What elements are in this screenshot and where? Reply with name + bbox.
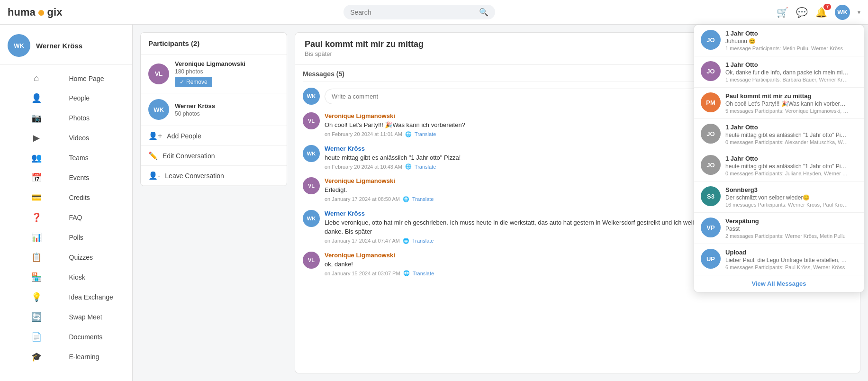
sidebar-item-idea[interactable]: 💡Idea Exchange: [0, 287, 132, 307]
dd-preview: Der schmilzt von selber wieder😊: [725, 194, 849, 201]
globe-icon: 🌐: [405, 131, 412, 137]
search-bar[interactable]: 🔍: [344, 5, 495, 19]
dd-info: Paul kommt mit mir zu mittag Oh cool! Le…: [725, 92, 857, 114]
dd-initials: JO: [701, 61, 721, 81]
participant-avatar: WK: [148, 99, 169, 120]
events-icon: 📅: [9, 172, 63, 183]
cart-icon[interactable]: 🛒: [777, 7, 788, 18]
user-avatar[interactable]: WK: [835, 5, 850, 20]
message-avatar: WK: [303, 145, 320, 162]
participant-initials: VL: [148, 64, 169, 84]
chat-icon[interactable]: 💬: [796, 7, 808, 18]
sidebar-item-credits[interactable]: 💳Credits: [0, 188, 132, 208]
translate-link[interactable]: Translate: [415, 164, 436, 170]
sidebar-item-elearning[interactable]: 🎓E-learning: [0, 347, 132, 367]
dd-avatar: VP: [701, 218, 721, 237]
action-icon: ✏️: [148, 151, 158, 160]
participant-info: Veronique Ligmanowski 180 photos ✓ Remov…: [175, 60, 279, 87]
dd-meta: 16 messages Participants: Werner Kröss, …: [725, 202, 849, 208]
user-initials: WK: [835, 5, 850, 20]
sidebar-item-quizzes[interactable]: 📋Quizzes: [0, 247, 132, 267]
dd-name: Verspätung: [725, 218, 857, 225]
message-initials: VL: [303, 112, 320, 129]
sidebar-label-photos: Photos: [69, 114, 123, 122]
view-all-messages[interactable]: View All Messages: [694, 275, 864, 292]
globe-icon: 🌐: [403, 270, 410, 276]
dropdown-conversation-item[interactable]: JO 1 Jahr Otto heute mittag gibt es anlä…: [694, 150, 864, 181]
action-edit-conversation[interactable]: ✏️Edit Conversation: [141, 146, 287, 166]
translate-link[interactable]: Translate: [412, 196, 434, 202]
polls-icon: 📊: [9, 232, 63, 243]
sidebar-label-teams: Teams: [69, 154, 123, 162]
sidebar-item-teams[interactable]: 👥Teams: [0, 148, 132, 168]
dd-meta: 5 messages Participants: Veronique Ligma…: [725, 108, 849, 114]
sidebar-item-kiosk[interactable]: 🏪Kiosk: [0, 267, 132, 287]
dd-avatar: JO: [701, 124, 721, 144]
sidebar-item-documents[interactable]: 📄Documents: [0, 327, 132, 347]
participant-name: Werner Kröss: [175, 102, 279, 109]
sidebar-item-videos[interactable]: ▶Videos: [0, 128, 132, 148]
sidebar-label-faq: FAQ: [69, 214, 123, 221]
sidebar-item-photos[interactable]: 📷Photos: [0, 108, 132, 128]
bell-icon[interactable]: 🔔7: [815, 7, 827, 18]
action-add-people[interactable]: 👤+Add People: [141, 126, 287, 146]
idea-icon: 💡: [9, 292, 63, 302]
sidebar-item-swap[interactable]: 🔄Swap Meet: [0, 307, 132, 327]
dropdown-conversation-item[interactable]: JO 1 Jahr Otto Juhuuuu 😊 1 message Parti…: [694, 25, 864, 56]
logo-dot: ●: [37, 5, 45, 20]
message-date: on January 17 2024 at 08:50 AM: [325, 196, 400, 202]
dropdown-conversation-item[interactable]: PM Paul kommt mit mir zu mittag Oh cool!…: [694, 88, 864, 119]
sidebar: WK Werner Kröss ⌂Home Page👤People📷Photos…: [0, 25, 133, 381]
dropdown-conversation-item[interactable]: UP Upload Lieber Paul, die Lego Umfrage …: [694, 244, 864, 275]
sidebar-item-people[interactable]: 👤People: [0, 88, 132, 108]
logo-text: huma: [8, 6, 36, 18]
dd-name: 1 Jahr Otto: [725, 124, 857, 131]
sidebar-nav: ⌂Home Page👤People📷Photos▶Videos👥Teams📅Ev…: [0, 65, 132, 371]
dd-name: Upload: [725, 249, 857, 256]
translate-link[interactable]: Translate: [412, 238, 434, 244]
sidebar-label-credits: Credits: [69, 194, 123, 201]
dropdown-conversation-item[interactable]: JO 1 Jahr Otto Ok, danke fur die Info, d…: [694, 56, 864, 88]
dd-meta: 6 messages Participants: Paul Kröss, Wer…: [725, 264, 849, 270]
remove-icon: ✓: [180, 79, 184, 85]
sidebar-label-kiosk: Kiosk: [69, 273, 123, 281]
sidebar-item-events[interactable]: 📅Events: [0, 168, 132, 188]
translate-link[interactable]: Translate: [415, 131, 436, 137]
dd-preview: Juhuuuu 😊: [725, 38, 849, 45]
dd-avatar: UP: [701, 249, 721, 269]
participants-card: Participants (2) VL Veronique Ligmanowsk…: [140, 32, 287, 186]
user-chevron[interactable]: ▾: [858, 9, 860, 16]
dd-name: 1 Jahr Otto: [725, 155, 857, 162]
search-icon: 🔍: [479, 8, 488, 17]
participant-info: Werner Kröss 50 photos: [175, 102, 279, 117]
bell-badge: 7: [823, 4, 831, 10]
sidebar-item-faq[interactable]: ❓FAQ: [0, 208, 132, 227]
dropdown-conversation-item[interactable]: S3 Sonnberg3 Der schmilzt von selber wie…: [694, 181, 864, 213]
sidebar-label-swap: Swap Meet: [69, 313, 123, 321]
sidebar-avatar: WK: [8, 34, 30, 57]
message-date: on January 17 2024 at 07:47 AM: [325, 238, 400, 244]
logo[interactable]: huma●gix: [8, 5, 62, 20]
dd-name: Paul kommt mit mir zu mittag: [725, 92, 857, 100]
faq-icon: ❓: [9, 212, 63, 223]
dd-name: 1 Jahr Otto: [725, 30, 857, 37]
translate-link[interactable]: Translate: [413, 271, 434, 276]
dropdown-conversation-item[interactable]: JO 1 Jahr Otto heute mittag gibt es anlä…: [694, 119, 864, 150]
dd-name: Sonnberg3: [725, 186, 857, 193]
remove-button[interactable]: ✓ Remove: [175, 77, 212, 87]
dd-meta: 1 message Participants: Barbara Bauer, W…: [725, 77, 849, 82]
search-input[interactable]: [350, 9, 475, 16]
dd-preview: Ok, danke fur die Info, dann packe ich m…: [725, 69, 849, 76]
message-avatar: VL: [303, 252, 320, 269]
sidebar-item-home[interactable]: ⌂Home Page: [0, 69, 132, 88]
dd-preview: Oh cool! Let's Party!!! 🎉Was kann ich vo…: [725, 100, 849, 107]
dd-info: Upload Lieber Paul, die Lego Umfrage bit…: [725, 249, 857, 270]
dd-meta: 2 messages Participants: Werner Kröss, M…: [725, 233, 849, 239]
sidebar-item-polls[interactable]: 📊Polls: [0, 227, 132, 247]
sidebar-user-initials: WK: [8, 34, 30, 57]
messages-dropdown: JO 1 Jahr Otto Juhuuuu 😊 1 message Parti…: [694, 25, 864, 292]
participant-name: Veronique Ligmanowski: [175, 60, 279, 67]
topnav-right: 🛒 💬 🔔7 WK ▾: [777, 5, 860, 20]
action-leave-conversation[interactable]: 👤-Leave Conversation: [141, 166, 287, 186]
dropdown-conversation-item[interactable]: VP Verspätung Passt 2 messages Participa…: [694, 213, 864, 244]
